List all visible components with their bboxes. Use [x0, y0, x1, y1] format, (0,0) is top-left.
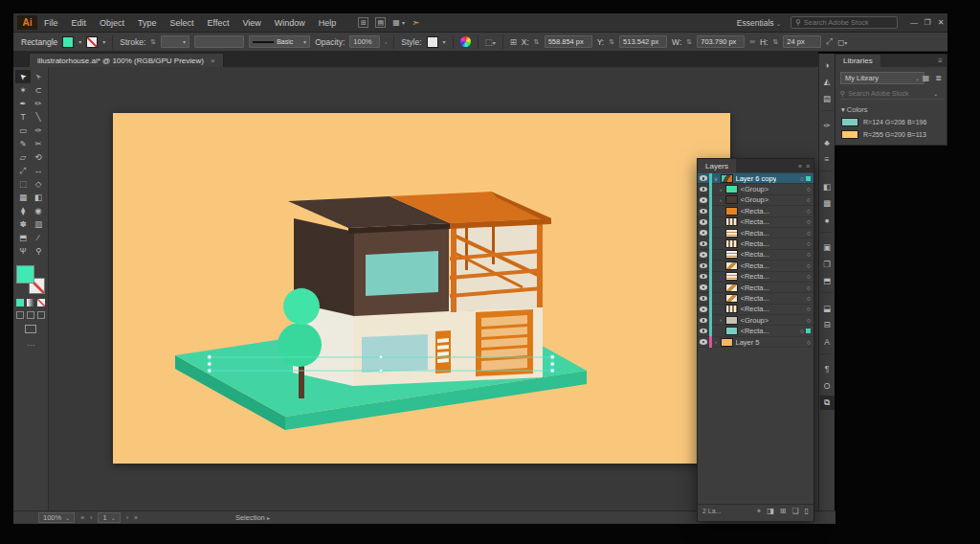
object-row[interactable]: <Recta...○: [698, 228, 813, 238]
target-icon[interactable]: ○: [807, 240, 811, 247]
swatches-panel-icon[interactable]: ▤: [820, 91, 835, 105]
workspace-switcher[interactable]: Essentials ⌄: [737, 18, 781, 28]
align-panel-icon[interactable]: ⊟: [820, 318, 835, 332]
style-swatch[interactable]: [427, 36, 438, 48]
app-search-box[interactable]: ⚲: [791, 16, 898, 29]
visibility-toggle[interactable]: [698, 318, 709, 324]
target-icon[interactable]: ○: [807, 230, 811, 237]
menu-window[interactable]: Window: [268, 13, 312, 33]
object-row[interactable]: <Recta...○: [698, 238, 813, 249]
visibility-toggle[interactable]: [698, 274, 709, 280]
brushes-panel-icon[interactable]: ✑: [820, 119, 835, 133]
object-row[interactable]: ›<Group>○: [698, 195, 813, 206]
library-color-swatch-row[interactable]: R=255 G=200 B=113: [841, 130, 926, 139]
object-row[interactable]: <Recta...○: [698, 272, 813, 283]
stroke-color-swatch[interactable]: [86, 36, 98, 48]
expand-chevron-icon[interactable]: ›: [712, 339, 721, 345]
layer-name[interactable]: <Recta...: [741, 217, 769, 226]
tool-rectangle[interactable]: ▭: [15, 124, 31, 137]
tool-direct-selection[interactable]: ➢: [31, 70, 46, 83]
menu-type[interactable]: Type: [131, 13, 164, 33]
make-clipping-mask-icon[interactable]: ◨: [767, 507, 774, 516]
expand-chevron-icon[interactable]: ∨: [712, 175, 721, 182]
tab-libraries[interactable]: Libraries: [835, 55, 880, 67]
asset-export-panel-icon[interactable]: ⬒: [820, 274, 835, 288]
screen-mode-button[interactable]: [25, 325, 36, 333]
color-button[interactable]: [16, 299, 24, 306]
tool-blend[interactable]: ◉: [31, 204, 46, 217]
opentype-panel-icon[interactable]: O: [820, 378, 835, 393]
menu-select[interactable]: Select: [164, 13, 201, 33]
visibility-toggle[interactable]: [698, 230, 709, 236]
x-field[interactable]: [545, 35, 592, 48]
layer-name[interactable]: <Recta...: [741, 261, 769, 270]
recolor-artwork-button[interactable]: [460, 36, 471, 47]
graphic-styles-panel-icon[interactable]: ▣: [820, 240, 835, 255]
object-row[interactable]: <Recta...○: [698, 293, 813, 304]
layer-name[interactable]: <Recta...: [741, 327, 769, 335]
w-stepper[interactable]: ⇅: [686, 38, 692, 46]
target-icon[interactable]: ○: [807, 273, 811, 280]
visibility-toggle[interactable]: [698, 339, 709, 345]
app-search-input[interactable]: [804, 18, 890, 27]
target-icon[interactable]: ○: [807, 317, 811, 324]
target-icon[interactable]: ○: [807, 218, 811, 225]
reference-point-locator[interactable]: ⊞: [510, 37, 517, 47]
create-new-sublayer-icon[interactable]: ⊞: [780, 507, 787, 516]
layer-row[interactable]: ›Layer 5○: [698, 337, 813, 348]
menu-effect[interactable]: Effect: [201, 13, 236, 33]
last-artboard-button[interactable]: »: [134, 514, 138, 521]
target-icon[interactable]: ○: [807, 339, 811, 346]
layer-name[interactable]: <Recta...: [741, 305, 769, 313]
draw-behind-button[interactable]: [27, 311, 34, 319]
layer-name[interactable]: <Group>: [741, 185, 769, 193]
fill-dropdown-arrow[interactable]: ▾: [78, 38, 81, 45]
layer-name[interactable]: <Recta...: [741, 207, 769, 215]
tool-symbol-sprayer[interactable]: ✽: [15, 217, 31, 231]
tool-pen[interactable]: ✒: [15, 97, 31, 110]
tool-line-segment[interactable]: ╲: [31, 110, 46, 124]
object-row[interactable]: <Recta...○: [698, 206, 813, 216]
first-artboard-button[interactable]: «: [80, 514, 84, 521]
h-field[interactable]: [783, 35, 821, 48]
constrain-proportions-link-icon[interactable]: ∞: [749, 37, 755, 46]
previous-artboard-button[interactable]: ‹: [90, 514, 92, 521]
y-stepper[interactable]: ⇅: [609, 38, 614, 46]
width-profile-dropdown[interactable]: [194, 35, 244, 48]
tool-shape-builder[interactable]: ◇: [31, 177, 46, 191]
none-button[interactable]: [37, 299, 45, 306]
object-row[interactable]: <Recta...○: [698, 305, 813, 315]
tool-scale[interactable]: ⤢: [15, 164, 31, 177]
tool-pencil[interactable]: ✎: [15, 137, 31, 150]
tool-slice[interactable]: ∕: [31, 231, 46, 244]
object-row[interactable]: <Recta...○: [698, 326, 813, 336]
next-artboard-button[interactable]: ›: [126, 514, 128, 521]
object-row[interactable]: <Recta...○: [698, 283, 813, 293]
gradient-button[interactable]: [27, 299, 34, 306]
target-icon[interactable]: ○: [807, 284, 811, 291]
document-tab[interactable]: illustratorhouse.ai* @ 100% (RGB/GPU Pre…: [29, 53, 224, 67]
w-field[interactable]: [697, 35, 745, 48]
draw-inside-button[interactable]: [37, 311, 45, 319]
expand-chevron-icon[interactable]: ›: [717, 187, 725, 193]
fill-indicator[interactable]: [16, 265, 34, 283]
layer-name[interactable]: <Recta...: [741, 272, 769, 281]
expand-chevron-icon[interactable]: ›: [717, 317, 725, 323]
layer-name[interactable]: Layer 6 copy: [736, 174, 777, 183]
artboard-nav-field[interactable]: 1⌄: [98, 512, 120, 523]
tab-close-icon[interactable]: ×: [211, 57, 215, 65]
target-icon[interactable]: ○: [807, 186, 811, 193]
target-icon[interactable]: ○: [807, 196, 811, 203]
tool-eyedropper[interactable]: ⧫: [15, 204, 31, 217]
target-icon[interactable]: ○: [807, 208, 811, 215]
brush-definition-dropdown[interactable]: Basic▾: [249, 35, 310, 48]
delete-selection-icon[interactable]: ▯: [805, 507, 809, 516]
stock-button[interactable]: ▤: [375, 17, 386, 28]
tool-eraser[interactable]: ▱: [15, 150, 31, 164]
visibility-toggle[interactable]: [698, 175, 709, 181]
minimize-button[interactable]: —: [907, 18, 921, 27]
layer-name[interactable]: <Recta...: [741, 250, 769, 259]
visibility-toggle[interactable]: [698, 329, 709, 334]
library-select[interactable]: My Library⌄: [840, 72, 924, 84]
teal-swatch[interactable]: [841, 118, 858, 126]
